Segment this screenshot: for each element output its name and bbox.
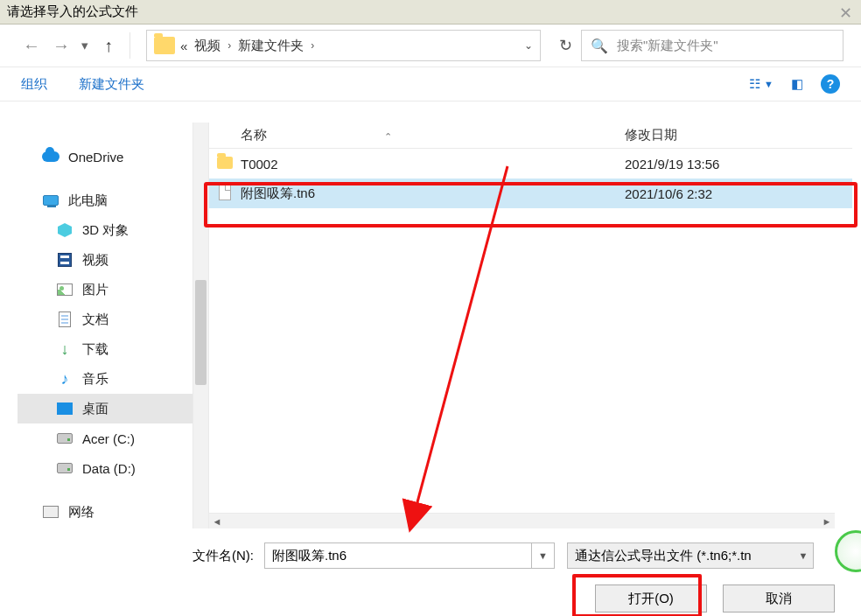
- back-button[interactable]: ←: [18, 32, 46, 60]
- scrollbar-thumb[interactable]: [195, 280, 206, 385]
- filename-combo[interactable]: ▼: [264, 542, 555, 569]
- sidebar-item-drive[interactable]: Data (D:): [18, 453, 192, 483]
- separator: [130, 32, 130, 59]
- close-icon[interactable]: ✕: [839, 4, 852, 23]
- chevron-icon: ›: [311, 39, 314, 52]
- sidebar-item-note[interactable]: ♪音乐: [18, 364, 192, 394]
- path-dropdown-icon[interactable]: ⌄: [524, 39, 533, 52]
- sidebar-item-label: Acer (C:): [82, 431, 135, 446]
- file-header: 名称 ⌃ 修改日期: [209, 122, 852, 149]
- breadcrumb[interactable]: « 视频 › 新建文件夹 › ⌄: [146, 30, 541, 61]
- search-input[interactable]: 🔍 搜索"新建文件夹": [581, 30, 844, 61]
- dl-icon: ↓: [56, 341, 74, 357]
- filename-dropdown-icon[interactable]: ▼: [531, 543, 554, 568]
- up-button[interactable]: ↑: [94, 32, 122, 60]
- sidebar-item-net[interactable]: 网络: [18, 497, 192, 527]
- folder-icon: [154, 37, 175, 54]
- file-date: 2021/10/6 2:32: [625, 186, 852, 201]
- titlebar: 请选择导入的公式文件 ✕: [0, 0, 861, 24]
- filetype-text: 通达信公式导出文件 (*.tn6;*.tn: [575, 548, 752, 564]
- sidebar-item-label: 文档: [82, 312, 108, 328]
- crumb-prefix: «: [180, 38, 187, 53]
- sidebar-item-film[interactable]: 视频: [18, 245, 192, 275]
- sidebar-item-img[interactable]: 图片: [18, 275, 192, 304]
- file-row[interactable]: 附图吸筹.tn62021/10/6 2:32: [209, 178, 852, 208]
- cloud-icon: [42, 149, 60, 164]
- nav-row: ← → ▾ ↑ « 视频 › 新建文件夹 › ⌄ ↻ 🔍 搜索"新建文件夹": [0, 24, 861, 66]
- file-pane: 名称 ⌃ 修改日期 T00022021/9/19 13:56附图吸筹.tn620…: [208, 122, 852, 528]
- sidebar-item-label: 此电脑: [68, 192, 108, 209]
- list-icon: ☷: [749, 76, 760, 92]
- sidebar-item-doc[interactable]: 文档: [18, 304, 192, 334]
- drive-icon: [56, 460, 74, 476]
- file-row[interactable]: T00022021/9/19 13:56: [209, 149, 852, 178]
- scroll-right-icon[interactable]: ►: [819, 514, 835, 529]
- column-date[interactable]: 修改日期: [625, 127, 852, 144]
- sidebar-item-label: OneDrive: [68, 150, 123, 164]
- note-icon: ♪: [56, 371, 74, 387]
- search-placeholder: 搜索"新建文件夹": [617, 38, 718, 54]
- sort-asc-icon: ⌃: [384, 131, 392, 143]
- file-name: 附图吸筹.tn6: [241, 186, 625, 202]
- crumb-2[interactable]: 新建文件夹: [238, 38, 304, 54]
- sidebar-item-cube[interactable]: 3D 对象: [18, 215, 192, 245]
- drive-icon: [56, 430, 74, 446]
- sidebar-item-drive[interactable]: Acer (C:): [18, 424, 192, 453]
- horizontal-scrollbar[interactable]: ◄ ►: [209, 513, 835, 528]
- file-name: T0002: [241, 157, 625, 172]
- sidebar-item-label: 下载: [82, 341, 108, 358]
- pc-icon: [42, 192, 60, 208]
- forward-button[interactable]: →: [47, 32, 75, 60]
- new-folder-button[interactable]: 新建文件夹: [79, 76, 144, 93]
- open-button[interactable]: 打开(O): [595, 584, 707, 612]
- cancel-button[interactable]: 取消: [723, 584, 835, 612]
- film-icon: [56, 252, 74, 268]
- net-icon: [42, 504, 60, 520]
- window-title: 请选择导入的公式文件: [7, 4, 138, 20]
- scroll-left-icon[interactable]: ◄: [209, 514, 225, 529]
- desk-icon: [56, 401, 74, 416]
- filename-label: 文件名(N):: [21, 548, 257, 564]
- refresh-button[interactable]: ↻: [551, 36, 579, 55]
- organize-menu[interactable]: 组织: [21, 76, 47, 93]
- recent-dropdown[interactable]: ▾: [77, 38, 93, 53]
- sidebar-item-label: Data (D:): [82, 461, 136, 476]
- sidebar-item-label: 3D 对象: [82, 222, 129, 239]
- file-icon: [219, 185, 231, 200]
- preview-pane-button[interactable]: ◧: [791, 76, 803, 92]
- file-list: T00022021/9/19 13:56附图吸筹.tn62021/10/6 2:…: [209, 149, 852, 528]
- filetype-combo[interactable]: 通达信公式导出文件 (*.tn6;*.tn ▼: [567, 542, 814, 569]
- sidebar-item-label: 视频: [82, 252, 108, 269]
- chevron-down-icon: ▼: [764, 79, 774, 89]
- cube-icon: [56, 222, 74, 238]
- img-icon: [56, 282, 74, 298]
- sidebar-item-label: 音乐: [82, 371, 108, 388]
- sidebar-item-dl[interactable]: ↓下载: [18, 334, 192, 364]
- sidebar-item-label: 图片: [82, 282, 108, 298]
- sidebar-item-cloud[interactable]: OneDrive: [18, 142, 192, 172]
- help-button[interactable]: ?: [821, 74, 840, 94]
- sidebar-scrollbar[interactable]: [192, 122, 208, 528]
- toolbar: 组织 新建文件夹 ☷ ▼ ◧ ?: [0, 66, 861, 102]
- view-mode-button[interactable]: ☷ ▼: [749, 76, 774, 92]
- doc-icon: [56, 312, 74, 327]
- sidebar: OneDrive此电脑3D 对象视频图片文档↓下载♪音乐桌面Acer (C:)D…: [18, 122, 208, 528]
- folder-icon: [217, 157, 233, 169]
- filename-input[interactable]: [265, 549, 531, 564]
- sidebar-item-desk[interactable]: 桌面: [18, 394, 192, 424]
- sidebar-item-pc[interactable]: 此电脑: [18, 186, 192, 215]
- crumb-1[interactable]: 视频: [194, 38, 220, 54]
- sidebar-item-label: 网络: [68, 504, 94, 521]
- bottom-panel: 文件名(N): ▼ 通达信公式导出文件 (*.tn6;*.tn ▼ 打开(O) …: [0, 528, 861, 616]
- filetype-dropdown-icon[interactable]: ▼: [794, 550, 813, 561]
- chevron-icon: ›: [228, 39, 231, 52]
- sidebar-item-label: 桌面: [82, 401, 108, 417]
- search-icon: 🔍: [591, 38, 608, 54]
- panel-icon: ◧: [791, 76, 803, 92]
- breadcrumb-path[interactable]: « 视频 › 新建文件夹 ›: [180, 38, 314, 54]
- file-date: 2021/9/19 13:56: [625, 157, 852, 172]
- column-name[interactable]: 名称 ⌃: [209, 127, 625, 144]
- main-area: OneDrive此电脑3D 对象视频图片文档↓下载♪音乐桌面Acer (C:)D…: [18, 122, 852, 528]
